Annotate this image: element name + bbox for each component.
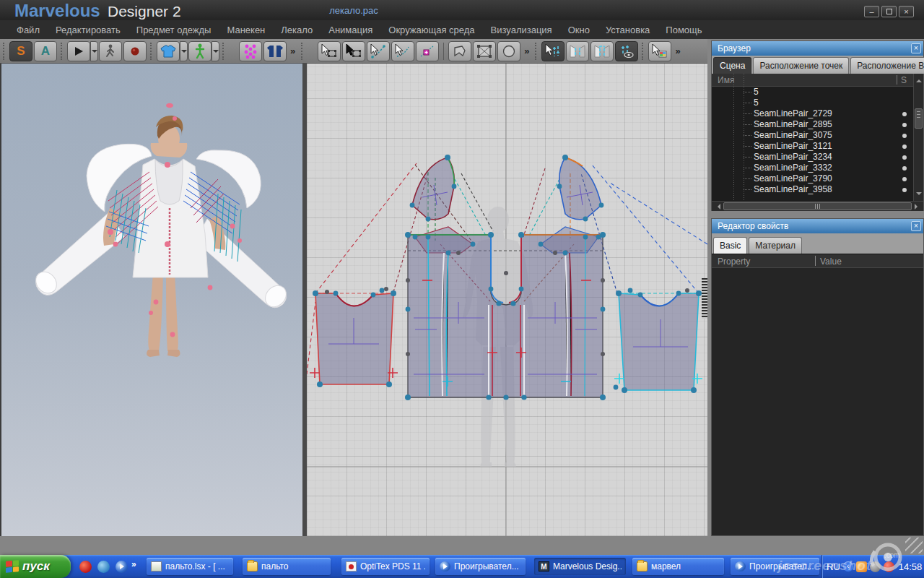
quicklaunch-media-player-icon[interactable] bbox=[116, 561, 128, 573]
taskbar-button-optitex[interactable]: OptiTex PDS 11 ... bbox=[341, 558, 430, 575]
viewport-3d[interactable] bbox=[0, 64, 302, 536]
tree-row[interactable]: SeamLinePair_3234 bbox=[712, 152, 923, 163]
viewport-2d-pattern[interactable] bbox=[307, 64, 707, 536]
play-dropdown-button[interactable] bbox=[90, 41, 98, 61]
visibility-dot-icon[interactable] bbox=[902, 144, 907, 149]
menu-window[interactable]: Окно bbox=[560, 22, 598, 38]
tree-row[interactable]: SeamLinePair_3958 bbox=[712, 184, 923, 195]
browser-panel-titlebar[interactable]: Браузер × bbox=[712, 41, 923, 56]
menu-avatar[interactable]: Манекен bbox=[219, 22, 273, 38]
toolbar-grip[interactable] bbox=[642, 43, 645, 60]
tab-point-layout[interactable]: Расположение точек bbox=[753, 57, 849, 74]
scroll-up-icon[interactable] bbox=[916, 77, 922, 82]
show-points-button[interactable] bbox=[239, 41, 262, 61]
clothes-pair-button[interactable] bbox=[263, 41, 287, 61]
show-garment-button[interactable] bbox=[157, 41, 180, 61]
tree-row[interactable]: 5 bbox=[712, 98, 923, 108]
taskbar-button-marvel-folder[interactable]: марвел bbox=[632, 558, 724, 575]
free-seam-button[interactable] bbox=[590, 41, 614, 61]
quicklaunch-overflow-icon[interactable]: » bbox=[131, 559, 136, 569]
scrollbar-thumb[interactable] bbox=[915, 108, 923, 129]
toolbar-grip[interactable] bbox=[150, 43, 153, 60]
menu-help[interactable]: Помощь bbox=[658, 22, 710, 38]
segment-seam-button[interactable] bbox=[566, 41, 589, 61]
tray-app-icon-1[interactable] bbox=[856, 561, 867, 572]
restore-button[interactable] bbox=[881, 6, 897, 17]
add-point-button[interactable] bbox=[416, 41, 439, 61]
taskbar-button-player-1[interactable]: Проигрывател... bbox=[435, 558, 526, 575]
taskbar-button-player-2[interactable]: Проигрывател... bbox=[731, 558, 819, 575]
tree-row[interactable]: SeamLinePair_3790 bbox=[712, 173, 923, 184]
select-texture-button[interactable] bbox=[648, 41, 671, 61]
edit-curve-button[interactable] bbox=[367, 41, 390, 61]
tree-horizontal-scrollbar[interactable] bbox=[712, 201, 923, 211]
scroll-down-icon[interactable] bbox=[916, 192, 922, 198]
tab-material[interactable]: Материал bbox=[749, 237, 802, 254]
tree-row[interactable]: SeamLinePair_3332 bbox=[712, 163, 923, 173]
simulation-button[interactable]: S bbox=[9, 41, 32, 61]
scrollbar-thumb[interactable] bbox=[723, 202, 912, 210]
tree-row[interactable]: 5 bbox=[712, 87, 923, 98]
select-pattern-alt-button[interactable] bbox=[342, 41, 365, 61]
visibility-dot-icon[interactable] bbox=[902, 166, 907, 171]
scroll-right-icon[interactable] bbox=[915, 204, 920, 210]
visibility-dot-icon[interactable] bbox=[902, 177, 907, 181]
avatar-dropdown-button[interactable] bbox=[212, 41, 219, 61]
select-pattern-button[interactable] bbox=[318, 41, 341, 61]
tree-vertical-scrollbar[interactable] bbox=[913, 74, 923, 201]
visibility-dot-icon[interactable] bbox=[902, 155, 907, 160]
edit-curve-point-button[interactable] bbox=[391, 41, 414, 61]
toolbar-grip[interactable] bbox=[3, 43, 6, 60]
menu-settings[interactable]: Установка bbox=[598, 22, 658, 38]
circle-tool-button[interactable] bbox=[497, 41, 520, 61]
toolbar-overflow-button[interactable]: » bbox=[287, 46, 298, 56]
scroll-left-icon[interactable] bbox=[715, 204, 720, 210]
show-seam-button[interactable] bbox=[615, 41, 638, 61]
column-divider[interactable] bbox=[897, 75, 897, 85]
quicklaunch-browser-icon[interactable] bbox=[79, 561, 92, 573]
taskbar-button-palto-folder[interactable]: пальто bbox=[243, 558, 331, 575]
menu-render[interactable]: Визуализация bbox=[483, 22, 560, 38]
tray-app-icon-2[interactable] bbox=[870, 561, 881, 572]
toolbar-grip[interactable] bbox=[61, 43, 64, 60]
property-table-body[interactable] bbox=[712, 268, 923, 535]
quicklaunch-messenger-icon[interactable] bbox=[97, 561, 110, 573]
menu-edit[interactable]: Редактировать bbox=[48, 22, 128, 38]
tree-row[interactable]: SeamLinePair_2895 bbox=[712, 119, 923, 130]
minimize-button[interactable]: – bbox=[864, 6, 879, 17]
toolbar-grip[interactable] bbox=[301, 43, 304, 60]
visibility-dot-icon[interactable] bbox=[902, 112, 907, 116]
toolbar-grip[interactable] bbox=[535, 43, 538, 60]
toolbar-grip[interactable] bbox=[222, 43, 225, 60]
property-editor-close-icon[interactable]: × bbox=[911, 221, 921, 231]
taskbar-button-marvelous[interactable]: M Marvelous Desig... bbox=[534, 558, 626, 575]
column-divider[interactable] bbox=[815, 256, 816, 266]
tree-row[interactable]: SeamLinePair_3075 bbox=[712, 130, 923, 141]
menu-pattern[interactable]: Лекало bbox=[273, 22, 321, 38]
menu-animation[interactable]: Анимация bbox=[321, 22, 380, 38]
resize-grip-icon[interactable] bbox=[905, 538, 923, 553]
tab-scene[interactable]: Сцена bbox=[713, 57, 751, 74]
tree-row[interactable]: SeamLinePair_2729 bbox=[712, 108, 923, 119]
rectangle-tool-button[interactable] bbox=[473, 41, 496, 61]
render-tools-overflow-button[interactable]: » bbox=[672, 46, 683, 56]
tree-row[interactable]: SeamLinePair_3121 bbox=[712, 141, 923, 152]
visibility-dot-icon[interactable] bbox=[902, 188, 907, 192]
record-button[interactable] bbox=[123, 41, 147, 61]
taskbar-button-palto-lsx[interactable]: пальто.lsx - [ ... bbox=[147, 558, 233, 575]
select-seam-button[interactable] bbox=[541, 41, 565, 61]
walk-animation-button[interactable] bbox=[99, 41, 122, 61]
panel-splitter-grip[interactable] bbox=[702, 278, 707, 319]
menu-file[interactable]: Файл bbox=[9, 22, 48, 38]
tab-basic[interactable]: Basic bbox=[713, 237, 747, 254]
tray-app-icon-3[interactable] bbox=[884, 561, 894, 572]
play-button[interactable] bbox=[67, 41, 90, 61]
pattern-tools-overflow-button[interactable]: » bbox=[521, 46, 532, 56]
menu-environment[interactable]: Окружающая среда bbox=[380, 22, 482, 38]
polygon-tool-button[interactable] bbox=[448, 41, 471, 61]
show-avatar-button[interactable] bbox=[188, 41, 212, 61]
language-indicator[interactable]: RU bbox=[827, 561, 840, 572]
menu-garment[interactable]: Предмет одежды bbox=[128, 22, 219, 38]
start-button[interactable]: пуск bbox=[0, 555, 71, 578]
close-button[interactable]: × bbox=[899, 6, 914, 17]
